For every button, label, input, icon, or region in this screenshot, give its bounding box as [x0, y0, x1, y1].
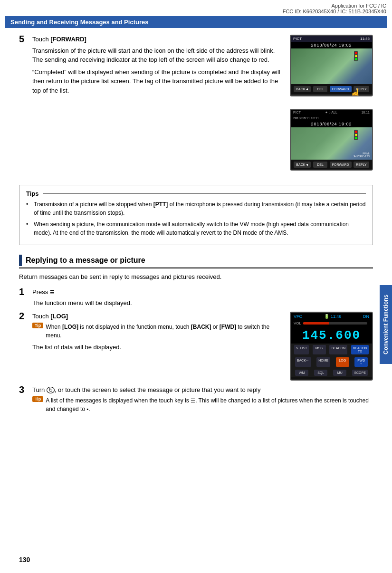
step-5-action: Touch [FORWARD]: [32, 35, 282, 44]
radio-btn-scope: SCOPE: [352, 370, 368, 376]
radio-row3: V/M SQL MU SCOPE: [291, 368, 372, 377]
section-reply-header: Replying to a message or picture: [19, 255, 373, 268]
section-header: Sending and Receiving Messages and Pictu…: [5, 16, 387, 28]
finger-icon-1: ☝: [350, 88, 362, 96]
step-2-row: 2 Touch [LOG] Tip When [LOG] is not disp…: [19, 312, 373, 381]
step-2-action: Touch [LOG]: [32, 312, 282, 321]
radio-btn-slist: S. LIST: [294, 345, 309, 354]
device-screen-2: PICT ✦ ○ ALL 18:11 2013/06/11 18:11 2013…: [290, 109, 373, 171]
step-3-row: 3 Turn ↻, or touch the screen to select …: [19, 385, 373, 414]
radio-btn-home: HOME: [316, 357, 330, 367]
tips-title: Tips: [26, 190, 366, 197]
radio-btn-sql: SQL: [314, 370, 327, 376]
step-5-content: Touch [FORWARD] Transmission of the pict…: [32, 35, 373, 171]
step-5-images: PICT 11:46 2013/06/24 19:02: [290, 35, 373, 171]
press-icon-1: ☰: [50, 289, 55, 295]
radio-vol: VOL: [294, 321, 301, 325]
tips-text-1: Transmission of a picture will be stoppe…: [34, 200, 366, 217]
step-3-number: 3: [19, 384, 32, 395]
step-2-text-area: Touch [LOG] Tip When [LOG] is not displa…: [32, 312, 282, 381]
screen2-date: 2013/06/24 19:02: [291, 121, 372, 127]
screen2-image: FRM: JH1YPC-123: [291, 127, 372, 160]
page-header: Application for FCC / IC FCC ID: K662034…: [0, 0, 392, 16]
radio-freq: 145.600: [291, 326, 372, 344]
tips-item-2: • When sending a picture, the communicat…: [26, 220, 366, 237]
vol-bar: [303, 322, 367, 325]
step-2-tip-row: Tip When [LOG] is not displayed in the f…: [32, 323, 282, 340]
traffic-light-2: [354, 130, 358, 140]
device-screen-1: PICT 11:46 2013/06/24 19:02: [290, 35, 373, 96]
radio-btn-vm: V/M: [295, 370, 308, 376]
screen1-image: [291, 48, 372, 84]
step-1-number: 1: [19, 286, 32, 297]
step-1-content: Press ☰ The function menu will be displa…: [32, 287, 373, 310]
tl-green-2: [355, 137, 357, 139]
screen2-sub-date: 2013/06/11 18:11: [293, 116, 319, 120]
screen1-date: 2013/06/24 19:02: [291, 42, 372, 48]
btn-del-2: DEL: [313, 162, 327, 168]
screen2-pict: PICT: [293, 111, 301, 115]
section-reply-desc: Return messages can be sent in reply to …: [19, 272, 373, 282]
btn-reply-2: REPLY: [354, 162, 369, 168]
page-number: 130: [19, 556, 30, 563]
step-2-number: 2: [19, 311, 32, 322]
radio-btn-mu: MU: [333, 370, 346, 376]
header-line1: Application for FCC / IC: [6, 3, 386, 9]
screen2-pict-bar: PICT ✦ ○ ALL 18:11: [291, 110, 372, 115]
tips-text-2: When sending a picture, the communicatio…: [34, 220, 366, 237]
tips-box: Tips • Transmission of a picture will be…: [19, 185, 373, 245]
main-content: 5 Touch [FORWARD] Transmission of the pi…: [0, 35, 392, 413]
tip-text-3: A list of the messages is displayed when…: [46, 396, 373, 413]
radio-vol-row: VOL: [291, 320, 372, 326]
screen2-all-bar: 2013/06/11 18:11: [291, 115, 372, 121]
tl-red: [355, 52, 357, 54]
radio-row1: S. LIST MSG BEACON BEACONTX: [291, 344, 372, 356]
screen1-top-bar: PICT 11:46: [291, 36, 372, 42]
radio-btn-log: LOG: [336, 357, 349, 367]
header-line2: FCC ID: K6620345X40 / IC: 511B-20345X40: [6, 9, 386, 14]
radio-vfo-label: VFO: [294, 314, 303, 319]
radio-battery: 🔋 11:46: [324, 314, 341, 319]
tip-badge-2: Tip: [32, 323, 43, 328]
step-5-para1: Transmission of the picture will start a…: [32, 46, 282, 65]
screen2-time: 18:11: [361, 111, 370, 115]
step-1-row: 1 Press ☰ The function menu will be disp…: [19, 287, 373, 310]
radio-btn-back: BACK←: [295, 357, 311, 367]
step-5-para2: “Completed” will be displayed when sendi…: [32, 67, 282, 96]
radio-row2: BACK← HOME LOG FWD→: [291, 356, 372, 368]
step-5-number: 5: [19, 34, 32, 45]
tip-badge-3: Tip: [32, 396, 43, 402]
vol-fill: [303, 322, 329, 325]
frm-label: FRM: JH1YPC-123: [353, 152, 370, 158]
tl-green: [355, 58, 357, 60]
step-5-text: Touch [FORWARD] Transmission of the pict…: [32, 35, 282, 171]
btn-forward-2: FORWARD: [330, 162, 352, 168]
btn-forward-1: FORWARD: [330, 86, 352, 92]
tips-item-1: • Transmission of a picture will be stop…: [26, 200, 366, 217]
section-sub-marker: [19, 255, 22, 266]
screen2-icons: ✦ ○ ALL: [325, 111, 337, 115]
step-2-sub: The list of data will be displayed.: [32, 343, 282, 352]
step-3-tip-row: Tip A list of the messages is displayed …: [32, 396, 373, 413]
section-reply-title: Replying to a message or picture: [26, 256, 145, 265]
radio-btn-msg: MSG: [313, 345, 326, 354]
step-1-sub: The function menu will be displayed.: [32, 298, 373, 308]
btn-back-1: BACK◄: [294, 86, 311, 92]
step-1-action: Press ☰: [32, 287, 373, 297]
radio-btn-beacon: BEACON: [329, 345, 347, 354]
radio-top: VFO 🔋 11:46 DN: [291, 313, 372, 320]
tl-red-2: [355, 131, 357, 133]
btn-del-1: DEL: [313, 86, 327, 92]
traffic-light-1: [354, 51, 358, 61]
bullet-1: •: [26, 200, 31, 209]
step-5-row: 5 Touch [FORWARD] Transmission of the pi…: [19, 35, 373, 171]
tl-yellow: [355, 55, 357, 57]
radio-btn-beacon-tx: BEACONTX: [351, 345, 369, 354]
step-2-content: Touch [LOG] Tip When [LOG] is not displa…: [32, 312, 373, 381]
tip-text-2: When [LOG] is not displayed in the funct…: [46, 323, 282, 340]
side-tab: Convenient Functions: [380, 285, 392, 364]
step-3-action: Turn ↻, or touch the screen to select th…: [32, 385, 373, 395]
radio-screen: VFO 🔋 11:46 DN VOL 145.600 S. LIST MSG B…: [290, 312, 373, 381]
turn-icon: ↻: [47, 387, 55, 393]
tl-yellow-2: [355, 134, 357, 136]
